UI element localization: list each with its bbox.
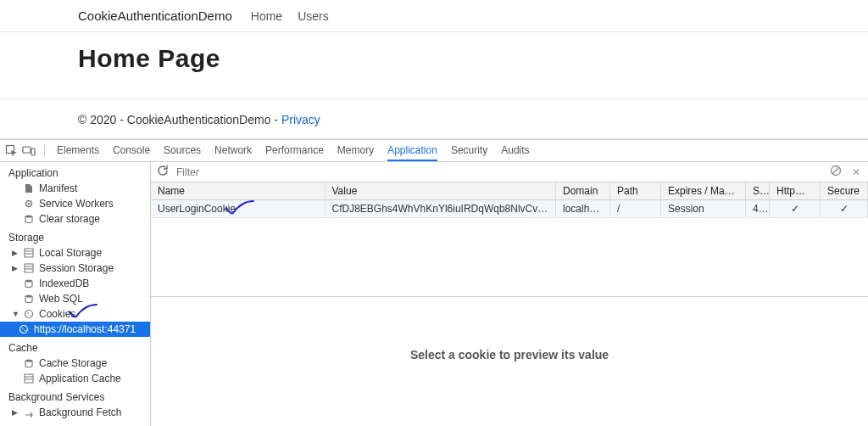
tab-security[interactable]: Security [451,141,487,161]
svg-point-5 [25,216,32,218]
cell-expires: Session [661,200,746,218]
svg-point-17 [20,326,28,334]
sidebar-item-label: Background Fetch [39,406,121,418]
devtools-toolbar: Elements Console Sources Network Perform… [0,140,868,162]
cell-size: 4... [746,200,770,218]
col-domain[interactable]: Domain [556,182,610,200]
svg-rect-9 [25,264,33,272]
tab-network[interactable]: Network [214,141,252,161]
cell-secure: ✓ [821,200,868,218]
sidebar-item-clear-storage[interactable]: Clear storage [0,211,150,227]
svg-rect-6 [25,249,33,257]
device-toggle-icon[interactable] [22,144,36,158]
page-title: Home Page [78,44,790,73]
sidebar-item-label: Manifest [39,182,77,194]
sidebar-item-cookie-origin[interactable]: https://localhost:44371 [0,322,150,337]
sidebar-item-label: Cache Storage [39,357,107,369]
table-header-row: Name Value Domain Path Expires / Max-Age… [151,182,868,200]
tab-elements[interactable]: Elements [57,141,99,161]
cell-path: / [610,200,661,218]
sidebar-item-label: Service Workers [39,198,114,210]
svg-point-16 [30,315,31,317]
sidebar-item-session-storage[interactable]: ▶ Session Storage [0,261,150,276]
page-content: Home Page [0,32,868,78]
database-icon [24,358,34,368]
devtools-main: ✕ Name Value Domain Path Expi [151,162,868,426]
sidebar-item-service-workers[interactable]: Service Workers [0,196,150,211]
sidebar-item-cache-storage[interactable]: Cache Storage [0,356,150,371]
col-value[interactable]: Value [325,182,556,200]
col-path[interactable]: Path [610,182,661,200]
sidebar-item-label: Session Storage [39,262,114,274]
cookie-preview-area: Select a cookie to preview its value [151,297,868,426]
sidebar-item-web-sql[interactable]: Web SQL [0,291,150,306]
cell-name: UserLoginCookie [151,200,325,218]
inspect-icon[interactable] [5,144,19,158]
sidebar-item-application-cache[interactable]: Application Cache [0,371,150,386]
svg-point-19 [25,330,26,332]
cookie-table[interactable]: Name Value Domain Path Expires / Max-Age… [151,182,868,218]
svg-rect-1 [23,147,31,153]
tab-performance[interactable]: Performance [265,141,324,161]
sidebar-item-background-fetch[interactable]: ▶ Background Fetch [0,405,150,420]
svg-point-15 [27,312,29,314]
sidebar-item-label: Cookies [39,308,75,320]
navbar: CookieAuthenticationDemo Home Users [0,0,868,32]
chevron-right-icon: ▶ [12,264,19,272]
svg-rect-2 [31,149,35,155]
database-icon [24,294,34,304]
preview-placeholder-text: Select a cookie to preview its value [410,348,609,362]
svg-point-18 [22,328,24,329]
svg-point-12 [25,280,32,283]
file-icon [24,183,34,193]
application-sidebar[interactable]: Application Manifest Service Workers Cle… [0,162,151,426]
cell-value: CfDJ8EBGhs4WhVhKnYl6iuIRDqWqb8NlvCvtMTXe… [325,200,556,218]
col-size[interactable]: S... [746,182,770,200]
table-row[interactable]: UserLoginCookie CfDJ8EBGhs4WhVhKnYl6iuIR… [151,200,868,218]
col-httponly[interactable]: HttpOnly [770,182,821,200]
sidebar-item-label: https://localhost:44371 [34,323,136,335]
svg-point-13 [25,295,32,298]
cell-httponly: ✓ [770,200,821,218]
refresh-icon[interactable] [156,164,170,180]
col-expires[interactable]: Expires / Max-Age [661,182,746,200]
chevron-right-icon: ▶ [12,249,19,257]
sidebar-item-label: Web SQL [39,293,83,305]
close-icon[interactable]: ✕ [849,166,863,178]
sidebar-item-local-storage[interactable]: ▶ Local Storage [0,245,150,261]
devtools-body: Application Manifest Service Workers Cle… [0,162,868,426]
footer-text: © 2020 - CookieAuthenticationDemo - [78,113,281,126]
tab-memory[interactable]: Memory [337,141,374,161]
footer-privacy-link[interactable]: Privacy [281,113,320,126]
svg-point-20 [25,360,32,362]
sidebar-item-indexeddb[interactable]: IndexedDB [0,276,150,291]
toolbar-separator [44,144,45,158]
svg-point-4 [28,203,31,205]
devtools-panel: Elements Console Sources Network Perform… [0,139,868,426]
cookie-icon [19,324,29,334]
sidebar-item-manifest[interactable]: Manifest [0,181,150,196]
grid-icon [24,248,34,258]
arrow-icon [24,407,34,418]
col-secure[interactable]: Secure [821,182,868,200]
svg-point-14 [25,311,33,318]
sidebar-item-label: IndexedDB [39,277,89,289]
clear-icon[interactable] [829,164,843,180]
database-icon [24,278,34,289]
tab-console[interactable]: Console [113,141,150,161]
svg-line-25 [832,167,839,174]
nav-link-users[interactable]: Users [298,9,329,23]
filter-input[interactable] [176,166,822,178]
cookie-table-wrap: Name Value Domain Path Expires / Max-Age… [151,182,868,297]
tab-application[interactable]: Application [387,141,437,161]
section-title-cache: Cache [0,337,150,356]
section-title-bg-services: Background Services [0,386,150,405]
tab-audits[interactable]: Audits [501,141,529,161]
section-title-application: Application [0,162,150,181]
nav-link-home[interactable]: Home [251,9,282,23]
devtools-tabs: Elements Console Sources Network Perform… [57,141,530,161]
tab-sources[interactable]: Sources [164,141,201,161]
sidebar-item-label: Application Cache [39,373,121,384]
col-name[interactable]: Name [151,182,325,200]
sidebar-item-cookies[interactable]: ▼ Cookies [0,306,150,322]
